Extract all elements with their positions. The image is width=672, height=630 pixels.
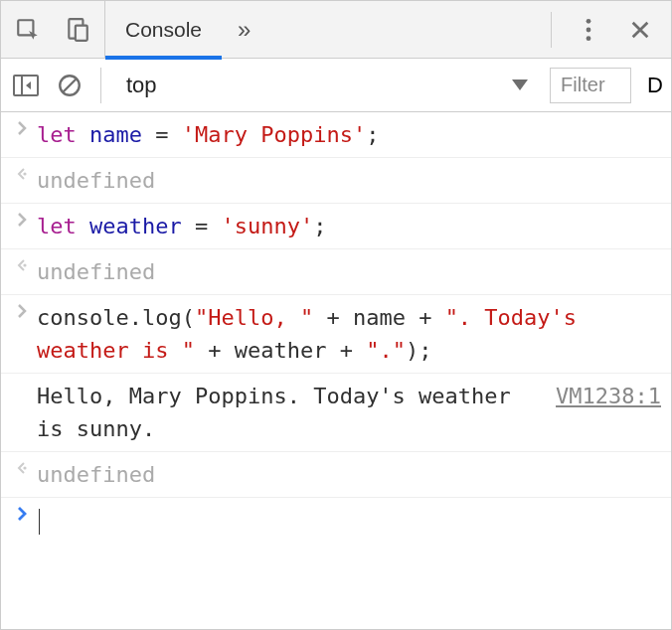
more-tabs-glyph: » bbox=[238, 16, 251, 43]
svg-point-8 bbox=[23, 172, 26, 175]
chevron-down-icon bbox=[511, 73, 529, 98]
divider bbox=[551, 12, 552, 48]
close-icon[interactable] bbox=[625, 15, 655, 45]
clear-console-icon[interactable] bbox=[53, 69, 86, 102]
console-input-content: console.log("Hello, " + name + ". Today'… bbox=[37, 301, 661, 367]
text-cursor bbox=[39, 509, 40, 535]
console-return-row: undefined bbox=[1, 452, 671, 498]
console-input-content: let name = 'Mary Poppins'; bbox=[37, 118, 661, 151]
svg-point-5 bbox=[587, 36, 591, 41]
return-arrow-icon bbox=[7, 255, 37, 288]
input-chevron-icon bbox=[7, 210, 37, 242]
return-arrow-icon bbox=[7, 458, 37, 491]
toolbar-right-text: D bbox=[647, 73, 663, 98]
inspect-icon[interactable] bbox=[13, 15, 43, 45]
console-log-row: VM1238:1Hello, Mary Poppins. Today's wea… bbox=[1, 374, 671, 452]
more-tabs-button[interactable]: » bbox=[222, 16, 266, 44]
tab-console[interactable]: Console bbox=[105, 3, 222, 60]
console-return-row: undefined bbox=[1, 249, 671, 295]
console-input-row: let name = 'Mary Poppins'; bbox=[1, 112, 671, 158]
filter-placeholder: Filter bbox=[561, 74, 604, 96]
source-link[interactable]: VM1238:1 bbox=[556, 380, 661, 412]
svg-point-9 bbox=[23, 263, 26, 266]
svg-rect-2 bbox=[76, 25, 87, 40]
devtools-tabbar: Console » bbox=[1, 1, 671, 59]
console-input-row: console.log("Hello, " + name + ". Today'… bbox=[1, 295, 671, 374]
console-prompt-row[interactable] bbox=[1, 498, 671, 543]
filter-input[interactable]: Filter bbox=[550, 68, 631, 103]
console-return-content: undefined bbox=[37, 458, 661, 491]
console-output: let name = 'Mary Poppins';undefinedlet w… bbox=[1, 112, 671, 543]
console-log-content: VM1238:1Hello, Mary Poppins. Today's wea… bbox=[37, 380, 661, 445]
input-chevron-icon bbox=[7, 301, 37, 367]
console-return-content: undefined bbox=[37, 164, 661, 197]
svg-point-3 bbox=[587, 18, 591, 23]
console-return-content: undefined bbox=[37, 255, 661, 288]
divider bbox=[100, 68, 101, 103]
console-input[interactable] bbox=[37, 504, 661, 537]
tabbar-right-group bbox=[539, 1, 671, 58]
device-toolbar-icon[interactable] bbox=[63, 15, 92, 45]
context-selector[interactable]: top bbox=[115, 68, 540, 103]
blank-gutter bbox=[7, 380, 37, 445]
svg-point-10 bbox=[23, 466, 26, 469]
console-toolbar: top Filter D bbox=[1, 59, 671, 112]
console-input-row: let weather = 'sunny'; bbox=[1, 204, 671, 249]
return-arrow-icon bbox=[7, 164, 37, 197]
context-label: top bbox=[126, 73, 157, 98]
prompt-chevron-icon bbox=[7, 504, 37, 537]
tabbar-left-group bbox=[1, 1, 105, 58]
input-chevron-icon bbox=[7, 118, 37, 151]
tab-label: Console bbox=[125, 18, 202, 42]
kebab-menu-icon[interactable] bbox=[574, 15, 603, 45]
show-sidebar-icon[interactable] bbox=[9, 69, 43, 102]
console-input-content: let weather = 'sunny'; bbox=[37, 210, 661, 242]
console-return-row: undefined bbox=[1, 158, 671, 204]
svg-point-4 bbox=[587, 27, 591, 32]
